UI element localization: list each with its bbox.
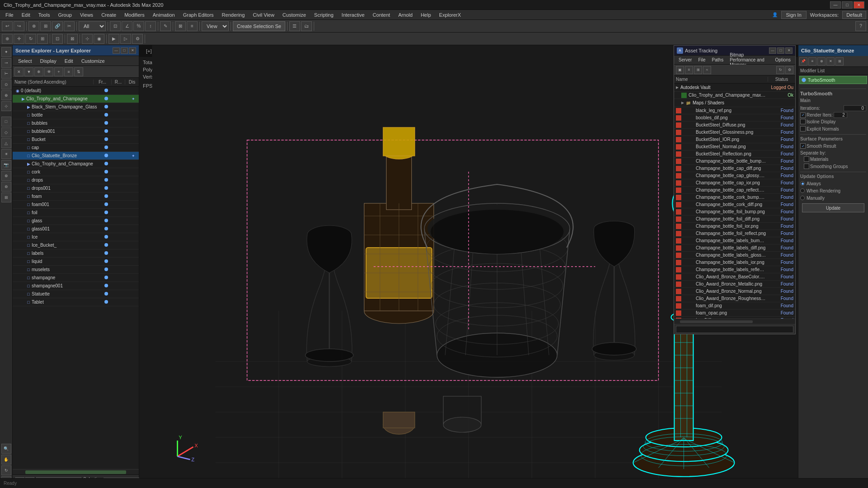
reference-coord[interactable]: ⊠ [67,34,78,44]
smooth-checkbox[interactable] [800,143,806,149]
at-file-item[interactable]: Champagne_bottle_labels_reflect.pngFound [674,266,795,273]
se-list-item[interactable]: ▶Clio_Trophy_and_Champagne [13,160,139,168]
hierarchy-panel[interactable]: ⊢ [1,69,11,79]
at-close[interactable]: ✕ [785,47,793,54]
se-list-item[interactable]: □Ice [13,233,139,241]
lights[interactable]: ☀ [1,149,11,159]
at-child-item[interactable]: Clio_Trophy_and_Champagne_max_vray.maxOk [674,92,795,99]
se-minimize[interactable]: — [113,47,120,54]
at-file-item[interactable]: foam_dif.pngFound [674,302,795,310]
create-panel[interactable]: ✦ [1,47,11,57]
at-file-item[interactable]: BucketSteel_Normal.pngFound [674,143,795,150]
se-list-item[interactable]: □shampagne [13,274,139,282]
se-col-fr[interactable]: Fr... [94,80,112,84]
quick-render[interactable]: ▷ [120,34,131,44]
menu-animation[interactable]: Animation [149,11,179,19]
at-file-item[interactable]: Champagne_bottle_labels_glossy.pngFound [674,252,795,259]
menu-group[interactable]: Group [54,11,75,19]
unlink-button[interactable]: ✂ [64,21,75,31]
select-region-button[interactable]: ⊞ [40,21,51,31]
object-properties[interactable]: ⊹ [82,34,93,44]
se-list-item[interactable]: □Tablet [13,298,139,306]
se-col-dis[interactable]: Dis [125,80,139,84]
select-mode[interactable]: ⊕ [2,34,13,44]
se-list-item[interactable]: □foil [13,209,139,217]
rp-tb-delete[interactable]: ✕ [826,57,835,66]
se-close[interactable]: ✕ [129,47,136,54]
turbosmooth-modifier[interactable]: TurboSmooth [799,76,867,84]
render-iters-input[interactable] [834,112,847,118]
at-file-item[interactable]: Champagne_bottle_labels_ior.pngFound [674,259,795,266]
at-file-item[interactable]: Champagne_bottle_bottle_bump.pngFound [674,158,795,165]
se-maximize[interactable]: □ [121,47,128,54]
wire-color[interactable]: ◉ [94,34,104,44]
manually-radio[interactable] [800,196,805,200]
at-tb-refresh[interactable]: ↻ [776,66,784,74]
link-button[interactable]: 🔗 [52,21,63,31]
minimize-button[interactable]: — [830,1,841,9]
sign-in-button[interactable]: Sign In [781,11,807,19]
at-file-item[interactable]: Clio_Award_Bronze_Roughness.pngFound [674,295,795,302]
spinner-snap[interactable]: ↕ [145,21,156,31]
menu-graph-editors[interactable]: Graph Editors [179,11,217,19]
at-menu-paths[interactable]: Paths [709,56,726,63]
explicit-checkbox[interactable] [800,126,806,131]
menu-arnold[interactable]: Arnold [395,11,416,19]
rp-tb-more[interactable]: ⊞ [835,57,844,66]
angle-snap[interactable]: ∠ [122,21,132,31]
se-col-r[interactable]: R... [112,80,125,84]
at-file-item[interactable]: Champagne_bottle_foil_ior.pngFound [674,223,795,230]
update-button[interactable]: Update [802,203,864,212]
workspaces-value[interactable]: Default [842,11,866,19]
display-panel[interactable]: ⊕ [1,90,11,100]
spacewarps[interactable]: ⊛ [1,182,11,192]
at-file-item[interactable]: Champagne_bottle_cork_bump.pngFound [674,194,795,201]
iterations-input[interactable] [844,105,866,111]
ext-primitives[interactable]: ◇ [1,127,11,137]
create-selection-button[interactable]: Create Selection Se [233,21,285,31]
zoom-tool[interactable]: 🔍 [1,444,11,454]
render-production[interactable]: ▶ [108,34,119,44]
helpers[interactable]: ⊕ [1,171,11,181]
se-list-item[interactable]: □liquid [13,258,139,266]
at-file-item[interactable]: BucketSteel_IOR.pngFound [674,136,795,143]
render-iters-checkbox[interactable] [800,113,806,118]
se-list-item[interactable]: □foam001 [13,201,139,209]
at-file-item[interactable]: Champagne_bottle_cork_diff.pngFound [674,201,795,208]
at-file-item[interactable]: BucketSteel_Reflection.pngFound [674,150,795,158]
at-tb-btn1[interactable]: ▣ [676,66,684,74]
rp-tb-list[interactable]: ≡ [808,57,816,66]
motion-panel[interactable]: ⊙ [1,80,11,89]
se-menu-select[interactable]: Select [14,57,36,65]
se-menu-display[interactable]: Display [37,57,60,65]
scale-mode[interactable]: ⊞ [37,34,48,44]
se-tb-filter[interactable]: ▼ [24,67,33,76]
se-list-item[interactable]: □Ice_Bucket_ [13,241,139,249]
se-list-item[interactable]: □glass [13,217,139,225]
se-list-item[interactable]: □muselets [13,266,139,274]
se-list-item[interactable]: □shampagne001 [13,282,139,290]
menu-scripting[interactable]: Scripting [311,11,337,19]
at-scrollbar-h[interactable] [674,319,795,324]
se-menu-edit[interactable]: Edit [61,57,77,65]
all-dropdown[interactable]: All [79,21,106,31]
menu-views[interactable]: Views [76,11,97,19]
se-list-item[interactable]: □drops [13,176,139,184]
isoline-checkbox[interactable] [800,119,806,124]
at-file-item[interactable]: BucketSteel_Glossiness.pngFound [674,129,795,136]
se-list-item[interactable]: □cap [13,144,139,152]
at-file-item[interactable]: Clio_Award_Bronze_Metallic.pngFound [674,281,795,288]
at-tb-btn2[interactable]: ≡ [685,66,693,74]
at-tb-btn3[interactable]: ⊞ [694,66,702,74]
snap-toggle[interactable]: ⊡ [110,21,121,31]
pan-tool[interactable]: ✋ [1,455,11,465]
menu-file[interactable]: File [2,11,17,19]
maximize-button[interactable]: □ [842,1,853,9]
orbit-tool[interactable]: ↻ [1,465,11,475]
at-file-item[interactable]: Champagne_bottle_foil_reflect.pngFound [674,230,795,237]
modify-panel[interactable]: ⊸ [1,58,11,68]
se-list-item[interactable]: □labels [13,249,139,258]
at-file-item[interactable]: BucketSteel_Diffuse.pngFound [674,122,795,129]
render-setup[interactable]: ⚙ [132,34,143,44]
se-tb-add[interactable]: + [54,67,63,76]
